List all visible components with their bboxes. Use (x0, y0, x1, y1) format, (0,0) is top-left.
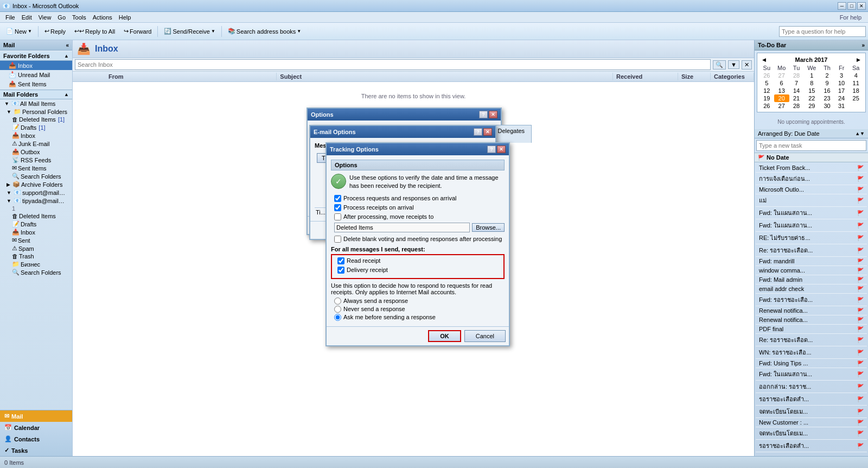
tracking-title-bar: Tracking Options ? ✕ (327, 143, 509, 155)
tracking-content: Options ✓ Use these options to verify th… (327, 155, 509, 326)
tracking-checkmark-icon: ✓ (331, 174, 346, 189)
options-help-btn[interactable]: ? (479, 111, 488, 118)
tracking-help-btn[interactable]: ? (487, 146, 496, 153)
tracking-dialog: Tracking Options ? ✕ Options ✓ Use these… (326, 142, 510, 346)
radio-never-label: Never send a response (343, 306, 405, 312)
tracking-ok-btn[interactable]: OK (428, 330, 461, 342)
delete-blank-checkbox[interactable] (334, 236, 341, 243)
checkbox-move-receipts: After processing, move receipts to (331, 213, 505, 220)
for-all-label: For all messages I send, request: (331, 246, 505, 252)
checkbox-process-receipts: Process receipts on arrival (331, 204, 505, 211)
checkbox-delete-blank: Delete blank voting and meeting response… (331, 236, 505, 243)
read-receipt-label: Read receipt (347, 257, 380, 264)
options-close-btn[interactable]: ✕ (489, 111, 497, 118)
move-to-folder-input[interactable] (334, 223, 470, 232)
radio-always-input[interactable] (334, 298, 341, 305)
tracking-section-title: Options (331, 160, 505, 170)
email-options-help-btn[interactable]: ? (474, 128, 482, 136)
radio-never: Never send a response (334, 306, 505, 313)
process-requests-label: Process requests and responses on arriva… (343, 195, 457, 201)
email-options-close-btn[interactable]: ✕ (483, 128, 492, 136)
move-receipts-label: After processing, move receipts to (343, 213, 433, 220)
move-receipts-checkbox[interactable] (334, 213, 341, 220)
options-title: Options (311, 111, 334, 118)
checkbox-read-receipt: Read receipt (334, 257, 501, 264)
process-requests-checkbox[interactable] (334, 195, 341, 202)
move-to-folder-row: Browse... (331, 223, 505, 232)
tab-delegates[interactable]: Delegates (491, 125, 532, 143)
receipt-checkboxes-group: Read receipt Delivery receipt (331, 254, 505, 279)
tracking-title-btns: ? ✕ (487, 146, 506, 153)
tracking-icon-row: ✓ Use these options to verify the date a… (331, 174, 505, 191)
checkbox-delivery-receipt: Delivery receipt (334, 267, 501, 274)
process-receipts-label: Process receipts on arrival (343, 204, 414, 211)
read-receipt-checkbox[interactable] (337, 257, 344, 264)
radio-always-label: Always send a response (343, 298, 408, 304)
email-options-title-bar: E-mail Options ? ✕ (310, 126, 495, 138)
tracking-footer: OK Cancel (327, 326, 509, 345)
tracking-cancel-btn[interactable]: Cancel (464, 330, 506, 342)
process-receipts-checkbox[interactable] (334, 204, 341, 211)
checkbox-process-requests: Process requests and responses on arriva… (331, 195, 505, 202)
options-title-btns: ? ✕ (479, 111, 497, 118)
dialog-backdrop: Options ? ✕ Preferences Mail Setup Mail … (0, 0, 868, 468)
delete-blank-label: Delete blank voting and meeting response… (343, 236, 502, 242)
email-options-title-btns: ? ✕ (474, 128, 492, 136)
radio-ask-input[interactable] (334, 314, 341, 321)
tracking-close-btn[interactable]: ✕ (497, 146, 506, 153)
radio-ask-label: Ask me before sending a response (343, 314, 436, 320)
radio-always: Always send a response (334, 298, 505, 305)
radio-never-input[interactable] (334, 306, 341, 313)
response-description: Use this option to decide how to respond… (331, 282, 505, 295)
radio-group: Always send a response Never send a resp… (331, 298, 505, 321)
tracking-title: Tracking Options (330, 146, 379, 153)
options-title-bar: Options ? ✕ (308, 109, 501, 121)
tracking-description: Use these options to verify the date and… (349, 174, 505, 191)
browse-btn[interactable]: Browse... (472, 223, 505, 232)
email-options-title: E-mail Options (314, 129, 356, 135)
radio-ask: Ask me before sending a response (334, 314, 505, 321)
delivery-receipt-checkbox[interactable] (337, 267, 344, 274)
delivery-receipt-label: Delivery receipt (347, 267, 388, 273)
